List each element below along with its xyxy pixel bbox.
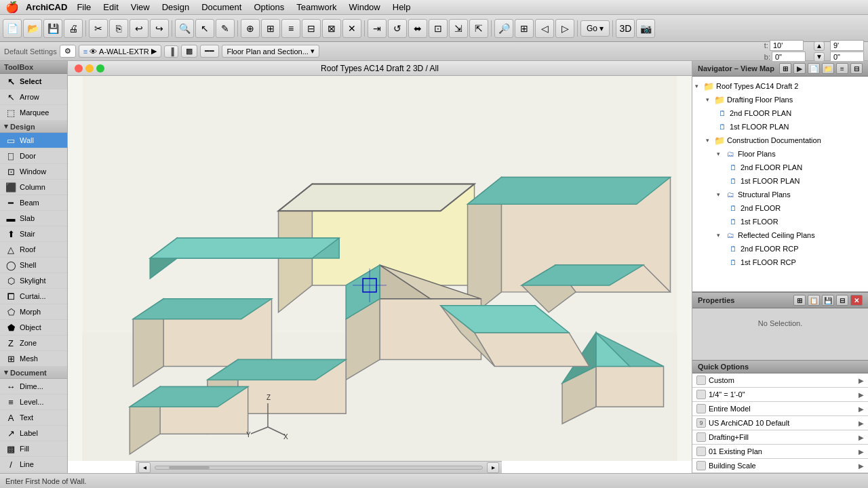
layer-selector[interactable]: ≡ 👁 A-WALL-EXTR ▶ (79, 45, 161, 58)
cursor-button[interactable]: ↖ (195, 19, 214, 38)
maximize-button[interactable] (96, 64, 104, 73)
undo-button[interactable]: ↩ (130, 19, 149, 38)
design-category[interactable]: ▾ Design (0, 121, 67, 133)
tool-wall[interactable]: ▭ Wall (0, 133, 67, 148)
tool-mesh[interactable]: ⊞ Mesh (0, 351, 67, 367)
tool-marquee[interactable]: ⬚ Marquee (0, 105, 67, 121)
canvas-3d[interactable]: Z Y X (68, 76, 692, 461)
cut-button[interactable]: ✂ (89, 19, 108, 38)
tool-roof[interactable]: △ Roof (0, 242, 67, 258)
stretch-button[interactable]: ⇱ (469, 19, 488, 38)
tool-level[interactable]: ≡ Level... (0, 394, 67, 410)
tree-sp-1st[interactable]: 🗒 1st FLOOR (692, 215, 868, 228)
minimize-button[interactable] (85, 64, 94, 73)
close-button[interactable] (75, 64, 83, 73)
tree-rcp-1st[interactable]: 🗒 1st FLOOR RCP (692, 256, 868, 269)
tool-dimension[interactable]: ↔ Dime... (0, 379, 67, 394)
qo-default[interactable]: 9 US ArchiCAD 10 Default ▶ (692, 416, 868, 430)
open-button[interactable]: 📂 (23, 19, 42, 38)
3d-button[interactable]: 3D (616, 19, 635, 38)
pen-button[interactable]: ✎ (216, 19, 235, 38)
canvas-area[interactable]: Roof Types AC14 Draft 2 3D / All (68, 61, 692, 473)
tree-df-2nd[interactable]: 🗒 2nd FLOOR PLAN (692, 106, 868, 120)
tool-object[interactable]: ⬟ Object (0, 320, 67, 336)
menu-view[interactable]: View (125, 1, 155, 14)
tb-up-btn[interactable]: ▲ (814, 41, 825, 51)
menu-teamwork[interactable]: Teamwork (291, 1, 342, 14)
zoom-win-button[interactable]: 🔎 (494, 19, 513, 38)
mirror-button[interactable]: ⬌ (408, 19, 427, 38)
nav-icon-4[interactable]: 📁 (822, 63, 834, 74)
menu-edit[interactable]: Edit (98, 1, 123, 14)
scroll-left-btn[interactable]: ◂ (138, 462, 151, 473)
new-button[interactable]: 📄 (3, 19, 22, 38)
layer-button[interactable]: ≡ (281, 19, 300, 38)
print-button[interactable]: 🖨 (64, 19, 83, 38)
nav-icon-2[interactable]: ▶ (793, 63, 806, 74)
rotate-button[interactable]: ↺ (388, 19, 407, 38)
qo-building-scale[interactable]: Building Scale ▶ (692, 459, 868, 473)
zoom-next-button[interactable]: ▷ (555, 19, 574, 38)
menu-design[interactable]: Design (157, 1, 195, 14)
qo-existing[interactable]: 01 Existing Plan ▶ (692, 445, 868, 459)
tool-text[interactable]: A Text (0, 410, 67, 426)
props-icon-2[interactable]: 📋 (808, 295, 820, 306)
props-icon-3[interactable]: 💾 (822, 295, 834, 306)
tool-zone[interactable]: Z Zone (0, 336, 67, 351)
intersect-button[interactable]: ✕ (342, 19, 361, 38)
save-button[interactable]: 💾 (43, 19, 62, 38)
tool-arrow[interactable]: ↖ Arrow (0, 89, 67, 105)
tool-shell[interactable]: ◯ Shell (0, 258, 67, 273)
tree-fp-1st[interactable]: 🗒 1st FLOOR PLAN (692, 174, 868, 188)
nav-icon-3[interactable]: 📄 (808, 63, 820, 74)
menu-help[interactable]: Help (387, 1, 416, 14)
merge-button[interactable]: ⊠ (322, 19, 341, 38)
go-button[interactable]: Go ▾ (580, 20, 610, 37)
scroll-right-btn[interactable]: ▸ (487, 462, 499, 473)
menu-document[interactable]: Document (196, 1, 247, 14)
props-icon-4[interactable]: ⊟ (836, 295, 848, 306)
move-button[interactable]: ⇥ (368, 19, 387, 38)
tool-beam[interactable]: ━ Beam (0, 195, 67, 211)
menu-options[interactable]: Options (248, 1, 290, 14)
props-icon-1[interactable]: ⊞ (793, 295, 806, 306)
tree-structural[interactable]: ▾ 🗂 Structural Plans (692, 188, 868, 201)
fill-selector[interactable]: ▩ (181, 45, 197, 58)
zoom-fit-button[interactable]: ⊞ (515, 19, 534, 38)
tree-rcp-2nd[interactable]: 🗒 2nd FLOOR RCP (692, 242, 868, 256)
tool-window[interactable]: ⊡ Window (0, 164, 67, 180)
tree-sp-2nd[interactable]: 🗒 2nd FLOOR (692, 201, 868, 215)
offset-button[interactable]: ⊡ (429, 19, 448, 38)
settings-icon-btn[interactable]: ⚙ (60, 45, 76, 58)
tree-fp-2nd[interactable]: 🗒 2nd FLOOR PLAN (692, 161, 868, 174)
tool-morph[interactable]: ⬠ Morph (0, 304, 67, 320)
view-selector[interactable]: Floor Plan and Section... ▾ (222, 45, 319, 58)
nav-icon-1[interactable]: ⊞ (779, 63, 791, 74)
nav-icon-6[interactable]: ⊟ (850, 63, 863, 74)
t-input[interactable] (770, 40, 804, 51)
tool-stair[interactable]: ⬆ Stair (0, 226, 67, 242)
resize-button[interactable]: ⇲ (449, 19, 468, 38)
tree-floor-plans[interactable]: ▾ 🗂 Floor Plans (692, 147, 868, 161)
split-button[interactable]: ⊟ (302, 19, 321, 38)
tool-column[interactable]: ⬛ Column (0, 180, 67, 195)
nav-icon-5[interactable]: ≡ (836, 63, 848, 74)
apple-menu[interactable]: 🍎 (5, 1, 19, 14)
tool-select[interactable]: ↖ Select (0, 74, 67, 89)
tree-drafting[interactable]: ▾ 📁 Drafting Floor Plans (692, 93, 868, 106)
tool-fill[interactable]: ▩ Fill (0, 441, 67, 457)
grid-button[interactable]: ⊞ (261, 19, 280, 38)
document-category[interactable]: ▾ Document (0, 367, 67, 379)
tool-curtain[interactable]: ⧠ Curtai... (0, 289, 67, 304)
cam-button[interactable]: 📷 (636, 19, 655, 38)
zoom-prev-button[interactable]: ◁ (535, 19, 554, 38)
find-button[interactable]: 🔍 (175, 19, 194, 38)
tool-skylight[interactable]: ⬡ Skylight (0, 273, 67, 289)
pen-selector[interactable]: ▐ (164, 45, 179, 58)
qo-scale[interactable]: 1/4" = 1'-0" ▶ (692, 388, 868, 402)
coord-x-input[interactable] (830, 40, 864, 51)
props-close-icon[interactable]: ✕ (850, 295, 863, 306)
menu-file[interactable]: File (71, 1, 96, 14)
tree-construction[interactable]: ▾ 📁 Construction Documentation (692, 134, 868, 147)
qo-drafting[interactable]: Drafting+Fill ▶ (692, 430, 868, 445)
